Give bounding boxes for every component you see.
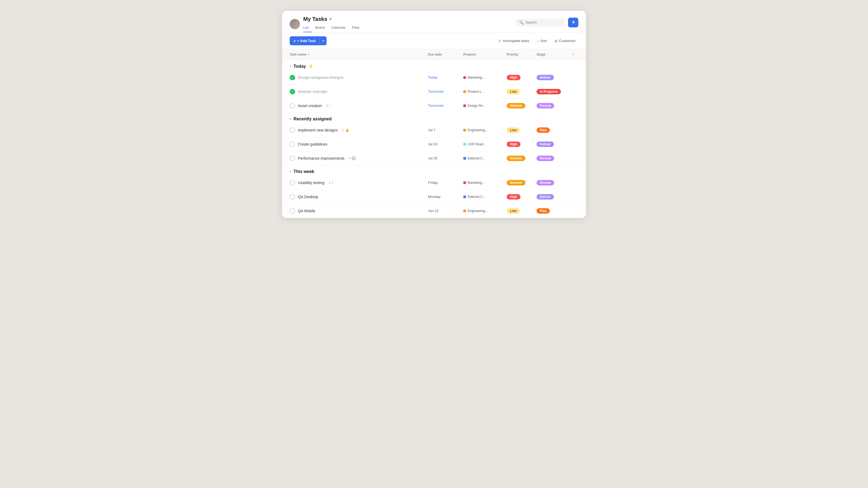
header: My Tasks ▾ List Board Calendar Files 🔍 +: [282, 11, 586, 33]
project-dot-icon: [463, 90, 466, 93]
task-cell-name: ✓ Design navigation changes: [290, 72, 425, 83]
add-task-plus-icon: +: [293, 38, 296, 43]
add-task-button[interactable]: + + Add Task ▾: [290, 36, 327, 45]
task-cell-add[interactable]: [568, 156, 578, 161]
task-cell-add[interactable]: [568, 103, 578, 108]
priority-badge: High: [507, 141, 521, 147]
task-name-text: Design navigation changes: [298, 75, 343, 80]
task-cell-project: Engineering...: [460, 126, 503, 135]
header-add-button[interactable]: +: [568, 18, 578, 27]
task-badge: 3 ⤵: [329, 181, 333, 185]
section-title: Recently assigned: [293, 117, 332, 122]
task-cell-add[interactable]: [568, 141, 578, 147]
project-name: Design Re...: [468, 104, 486, 108]
task-cell-due: Friday: [425, 178, 460, 187]
col-sort-icon[interactable]: ▾: [308, 53, 310, 56]
task-cell-project: Product L...: [460, 87, 503, 96]
task-row[interactable]: QA Desktop Monday Editorial C... High De…: [282, 190, 586, 204]
task-row[interactable]: Usability testing 3 ⤵ Friday Marketing..…: [282, 176, 586, 190]
stage-badge: In Progress: [536, 89, 561, 94]
task-cell-priority: Low: [503, 125, 533, 135]
task-row[interactable]: ✓ Design navigation changes Today Market…: [282, 70, 586, 85]
task-checkbox[interactable]: [290, 180, 295, 186]
title-chevron-icon[interactable]: ▾: [330, 17, 332, 22]
project-name: Marketing...: [468, 76, 485, 79]
page-title: My Tasks: [303, 16, 328, 22]
task-cell-add[interactable]: [568, 208, 578, 214]
task-cell-stage: Review: [533, 100, 568, 111]
task-row[interactable]: QA Mobile Jun 22 Engineering... Low Plan: [282, 204, 586, 218]
stage-badge: Deliver: [536, 75, 554, 80]
task-row[interactable]: Asset creation 2 ⤵ Tomorrow Design Re...…: [282, 99, 586, 113]
priority-badge: High: [507, 75, 521, 80]
task-cell-due: Tomorrow: [425, 101, 460, 110]
task-cell-stage: Plan: [533, 125, 568, 135]
project-pill: UXR Road...: [463, 142, 500, 146]
task-cell-stage: Plan: [533, 205, 568, 216]
task-cell-add[interactable]: [568, 180, 578, 186]
priority-badge: Low: [507, 208, 520, 214]
task-cell-due: Jun 22: [425, 206, 460, 216]
task-checkbox[interactable]: [290, 141, 295, 147]
task-cell-name: QA Desktop: [290, 191, 425, 202]
task-cell-priority: Low: [503, 205, 533, 216]
task-cell-priority: High: [503, 72, 533, 83]
task-checkbox[interactable]: [290, 194, 295, 199]
section-chevron-icon: ▾: [290, 117, 291, 121]
sort-button[interactable]: ↕ Sort: [534, 37, 550, 45]
task-cell-due: Jul 7: [425, 125, 460, 135]
task-cell-project: Engineering...: [460, 206, 503, 216]
project-name: Editorial C...: [468, 156, 485, 160]
section-header-today[interactable]: ▾ Today ⚡: [282, 60, 586, 70]
task-cell-add[interactable]: [568, 89, 578, 94]
section-header-this-week[interactable]: ▾ This week: [282, 165, 586, 176]
tab-list[interactable]: List: [303, 24, 312, 32]
task-cell-priority: Medium: [503, 177, 533, 188]
task-checkbox[interactable]: [290, 156, 295, 161]
search-box[interactable]: 🔍: [516, 19, 565, 26]
task-cell-project: Editorial C...: [460, 192, 503, 201]
task-name-text: Create guidelines: [298, 142, 328, 147]
incomplete-tasks-button[interactable]: ⊙ Incomplete tasks: [496, 37, 532, 45]
task-row[interactable]: Implement new designs 1 👍 Jul 7 Engineer…: [282, 123, 586, 137]
task-cell-name: QA Mobile: [290, 205, 425, 216]
project-name: Engineering...: [468, 128, 488, 132]
task-checkbox[interactable]: ✓: [290, 75, 295, 80]
customize-icon: ⊞: [554, 39, 558, 43]
tab-calendar[interactable]: Calendar: [328, 24, 349, 32]
customize-button[interactable]: ⊞ Customize: [552, 37, 578, 45]
tab-files[interactable]: Files: [349, 24, 363, 32]
task-cell-add[interactable]: [568, 194, 578, 199]
task-row[interactable]: Performance improvements 4 💬 Jul 25 Edit…: [282, 151, 586, 165]
task-row[interactable]: Create guidelines Jul 24 UXR Road... Hig…: [282, 137, 586, 151]
project-dot-icon: [463, 195, 466, 198]
project-dot-icon: [463, 182, 466, 184]
task-name-text: Performance improvements: [298, 156, 344, 161]
priority-badge: Medium: [507, 180, 525, 186]
task-checkbox[interactable]: [290, 208, 295, 214]
task-row[interactable]: ✓ Website redesign Tomorrow Product L...…: [282, 85, 586, 99]
header-actions: 🔍 +: [516, 18, 578, 31]
task-cell-add[interactable]: [568, 127, 578, 133]
table-header: Task name ▾ Due date Projects Priority S…: [282, 50, 586, 60]
section-header-recently-assigned[interactable]: ▾ Recently assigned: [282, 113, 586, 123]
task-cell-priority: High: [503, 139, 533, 150]
section-title: This week: [293, 169, 314, 174]
task-cell-add[interactable]: [568, 75, 578, 80]
section-chevron-icon: ▾: [290, 65, 291, 68]
task-checkbox[interactable]: [290, 127, 295, 133]
task-checkbox[interactable]: [290, 103, 295, 108]
task-name-text: Usability testing: [298, 181, 324, 185]
task-badge: 4 💬: [349, 156, 356, 160]
header-title-area: My Tasks ▾ List Board Calendar Files: [303, 16, 363, 32]
task-cell-name: Usability testing 3 ⤵: [290, 177, 425, 188]
stage-badge: Deliver: [536, 141, 554, 147]
tab-board[interactable]: Board: [312, 24, 328, 32]
col-header-add[interactable]: +: [568, 50, 578, 60]
task-cell-stage: In Progress: [533, 86, 568, 97]
task-cell-due: Tomorrow: [425, 87, 460, 96]
search-input[interactable]: [525, 20, 561, 24]
add-task-dropdown-icon[interactable]: ▾: [319, 37, 327, 44]
task-name-text: Implement new designs: [298, 128, 338, 132]
task-checkbox[interactable]: ✓: [290, 89, 295, 94]
